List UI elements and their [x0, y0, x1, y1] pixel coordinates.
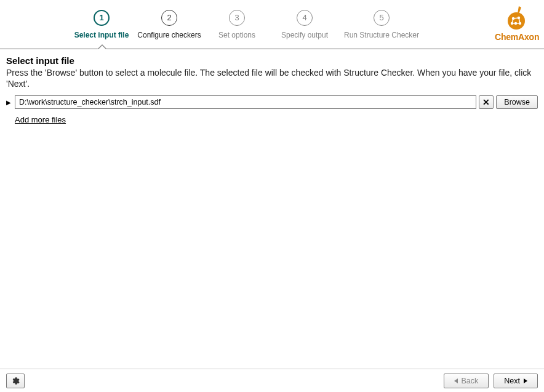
back-button: Back: [444, 374, 489, 388]
settings-button[interactable]: [6, 374, 25, 388]
gear-icon: [11, 377, 20, 385]
next-label: Next: [504, 377, 520, 385]
step-2-circle: 2: [161, 10, 177, 26]
chemaxon-logo-icon: [503, 4, 530, 31]
step-3-circle: 3: [229, 10, 245, 26]
triangle-left-icon: [454, 378, 458, 383]
step-2[interactable]: 2 Configure checkers: [135, 10, 203, 39]
brand-name: ChemAxon: [495, 32, 538, 42]
brand-logo: ChemAxon: [495, 4, 538, 42]
page-body: Select input file Press the 'Browse' but…: [0, 49, 544, 124]
footer-bar: Back Next: [0, 369, 544, 392]
active-step-pointer-icon: [97, 44, 107, 49]
step-3[interactable]: 3 Set options: [203, 10, 271, 39]
file-row: ▶ ✕ Browse: [6, 95, 538, 109]
next-button[interactable]: Next: [494, 374, 538, 388]
step-1-circle: 1: [94, 10, 110, 26]
page-title: Select input file: [6, 55, 538, 66]
triangle-right-icon: [524, 378, 527, 383]
back-label: Back: [462, 377, 479, 385]
step-4-circle: 4: [297, 10, 313, 26]
close-icon: ✕: [482, 97, 490, 107]
step-4-label: Specify output: [271, 31, 338, 39]
disclosure-triangle-icon[interactable]: ▶: [6, 99, 12, 106]
step-2-label: Configure checkers: [135, 31, 203, 39]
page-instructions: Press the 'Browse' button to select a mo…: [6, 67, 538, 89]
wizard-steps: 1 Select input file 2 Configure checkers…: [0, 0, 544, 39]
wizard-header: 1 Select input file 2 Configure checkers…: [0, 0, 544, 49]
step-5-label: Run Structure Checker: [338, 31, 425, 39]
add-more-files-link[interactable]: Add more files: [15, 115, 66, 124]
clear-file-button[interactable]: ✕: [479, 95, 494, 109]
browse-button[interactable]: Browse: [496, 95, 538, 109]
file-path-input[interactable]: [15, 95, 476, 109]
step-5-circle: 5: [374, 10, 390, 26]
step-1-label: Select input file: [68, 31, 135, 39]
step-1[interactable]: 1 Select input file: [68, 10, 135, 39]
step-5[interactable]: 5 Run Structure Checker: [338, 10, 425, 39]
step-3-label: Set options: [203, 31, 271, 39]
svg-line-6: [513, 18, 519, 18]
step-4[interactable]: 4 Specify output: [271, 10, 338, 39]
